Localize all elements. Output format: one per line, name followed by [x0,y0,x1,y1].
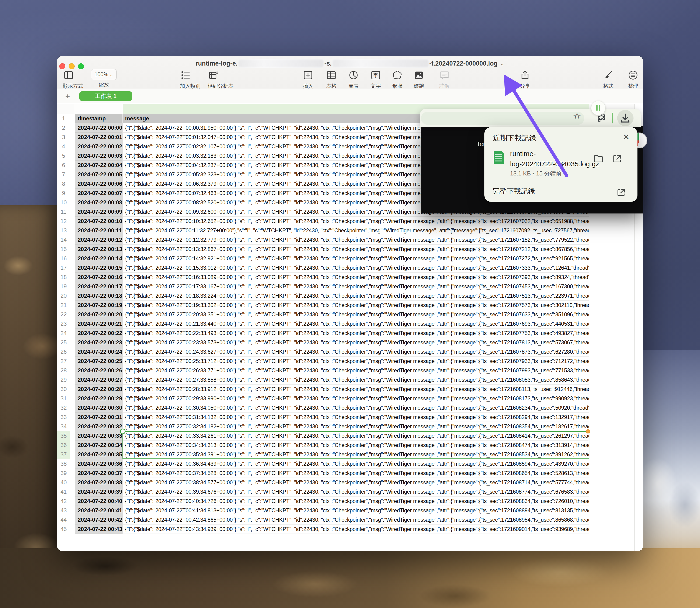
message-cell[interactable]: {"t":{"$date":"2024-07-22T00:39:34.676+0… [123,487,589,496]
timestamp-cell[interactable]: 2024-07-22 00:00:31 [75,123,122,133]
sheet-tab[interactable]: 工作表 1 [79,91,132,101]
row-number[interactable]: 8 [57,179,70,189]
timestamp-cell[interactable]: 2024-07-22 00:13:32 [75,245,122,254]
timestamp-cell[interactable]: 2024-07-22 00:06:32 [75,179,122,189]
row-number[interactable]: 40 [57,478,70,487]
row-number[interactable]: 22 [57,310,70,319]
title-chevron-icon[interactable]: ⌄ [500,60,505,67]
timestamp-cell[interactable]: 2024-07-22 00:23:33 [75,338,122,347]
timestamp-cell[interactable]: 2024-07-22 00:39:34 [75,487,122,496]
close-icon[interactable]: ✕ [623,132,630,141]
open-history-icon[interactable] [616,187,626,197]
row-number[interactable]: 38 [57,459,70,469]
timestamp-cell[interactable]: 2024-07-22 00:37:34 [75,469,122,478]
timestamp-cell[interactable]: 2024-07-22 00:02:32 [75,142,122,151]
row-number[interactable]: 24 [57,328,70,338]
row-number[interactable]: 26 [57,347,70,357]
timestamp-cell[interactable]: 2024-07-22 00:27:33 [75,375,122,384]
timestamp-cell[interactable]: 2024-07-22 00:34:34 [75,440,122,450]
row-number[interactable]: 17 [57,263,70,272]
timestamp-cell[interactable]: 2024-07-22 00:42:34 [75,515,122,525]
message-cell[interactable]: {"t":{"$date":"2024-07-22T00:33:34.261+0… [123,431,589,440]
timestamp-cell[interactable]: 2024-07-22 00:35:34 [75,450,122,459]
message-cell[interactable]: {"t":{"$date":"2024-07-22T00:41:34.813+0… [123,506,589,515]
timestamp-cell[interactable]: 2024-07-22 00:18:33 [75,291,122,301]
toolbar-button-shape[interactable]: 形狀 [391,69,403,90]
row-number[interactable]: 4 [57,142,70,151]
row-number[interactable]: 12 [57,216,70,226]
timestamp-cell[interactable]: 2024-07-22 00:29:33 [75,394,122,403]
timestamp-cell[interactable]: 2024-07-22 00:41:34 [75,506,122,515]
row-number[interactable]: 32 [57,403,70,413]
message-cell[interactable]: {"t":{"$date":"2024-07-22T00:27:33.858+0… [123,375,589,384]
timestamp-cell[interactable]: 2024-07-22 00:30:34 [75,403,122,413]
row-number[interactable]: 42 [57,496,70,506]
row-number[interactable]: 44 [57,515,70,525]
row-number[interactable]: 35 [57,431,70,440]
row-number[interactable]: 37 [57,450,70,459]
toolbar-button-chart[interactable]: 圖表 [347,69,360,90]
row-number[interactable]: 34 [57,422,70,431]
toolbar-button-organize[interactable]: 整理 [627,69,639,90]
zoom-control[interactable]: 100%⌄縮放 [91,69,117,89]
toolbar-button-media[interactable]: 媒體 [413,69,425,90]
timestamp-cell[interactable]: 2024-07-22 00:24:33 [75,347,122,357]
message-cell[interactable]: {"t":{"$date":"2024-07-22T00:40:34.726+0… [123,496,589,506]
message-cell[interactable]: {"t":{"$date":"2024-07-22T00:31:34.132+0… [123,413,589,422]
row-number[interactable]: 45 [57,525,70,534]
message-cell[interactable]: {"t":{"$date":"2024-07-22T00:20:33.351+0… [123,310,589,319]
timestamp-cell[interactable]: 2024-07-22 00:05:32 [75,170,122,179]
downloads-button[interactable] [617,110,633,126]
show-in-folder-icon[interactable] [593,153,604,164]
timestamp-cell[interactable]: 2024-07-22 00:31:34 [75,413,122,422]
row-number[interactable]: 28 [57,366,70,375]
row-number[interactable]: 13 [57,226,70,235]
timestamp-cell[interactable]: 2024-07-22 00:36:34 [75,459,122,469]
add-sheet-button[interactable]: + [63,92,72,100]
timestamp-cell[interactable]: 2024-07-22 00:38:34 [75,478,122,487]
zoom-value[interactable]: 100%⌄ [91,69,117,80]
toolbar-button-share[interactable]: 分享 [519,69,531,90]
row-number[interactable]: 21 [57,301,70,310]
message-cell[interactable]: {"t":{"$date":"2024-07-22T00:21:33.440+0… [123,319,589,328]
row-number[interactable]: 14 [57,235,70,245]
timestamp-cell[interactable]: 2024-07-22 00:20:33 [75,310,122,319]
message-cell[interactable]: {"t":{"$date":"2024-07-22T00:30:34.050+0… [123,403,589,413]
row-number[interactable]: 30 [57,384,70,394]
message-cell[interactable]: {"t":{"$date":"2024-07-22T00:15:33.012+0… [123,263,589,272]
message-cell[interactable]: {"t":{"$date":"2024-07-22T00:24:33.627+0… [123,347,589,357]
toolbar-button-view[interactable]: 顯示方式 [62,69,83,90]
message-cell[interactable]: {"t":{"$date":"2024-07-22T00:42:34.865+0… [123,515,589,525]
row-number[interactable]: 25 [57,338,70,347]
row-number[interactable]: 9 [57,189,70,198]
row-number[interactable]: 3 [57,133,70,142]
timestamp-cell[interactable]: 2024-07-22 00:11:32 [75,226,122,235]
toolbar-button-insert[interactable]: 插入 [302,69,314,90]
open-file-icon[interactable] [612,153,623,164]
row-number[interactable]: 15 [57,245,70,254]
timestamp-cell[interactable]: 2024-07-22 00:32:34 [75,422,122,431]
selection-fill-handle[interactable] [586,429,590,434]
row-number[interactable]: 11 [57,207,70,216]
timestamp-cell[interactable]: 2024-07-22 00:21:33 [75,319,122,328]
message-cell[interactable]: {"t":{"$date":"2024-07-22T00:29:33.990+0… [123,394,589,403]
message-cell[interactable]: {"t":{"$date":"2024-07-22T00:34:34.313+0… [123,440,589,450]
row-number[interactable]: 41 [57,487,70,496]
timestamp-cell[interactable]: 2024-07-22 00:43:34 [75,525,122,534]
timestamp-cell[interactable]: 2024-07-22 00:17:33 [75,282,122,291]
timestamp-cell[interactable]: 2024-07-22 00:25:33 [75,357,122,366]
row-number[interactable]: 7 [57,170,70,179]
message-cell[interactable]: {"t":{"$date":"2024-07-22T00:28:33.912+0… [123,384,589,394]
message-cell[interactable]: {"t":{"$date":"2024-07-22T00:22:33.493+0… [123,328,589,338]
message-cell[interactable]: {"t":{"$date":"2024-07-22T00:36:34.439+0… [123,459,589,469]
message-cell[interactable]: {"t":{"$date":"2024-07-22T00:38:34.577+0… [123,478,589,487]
timestamp-cell[interactable]: 2024-07-22 00:04:32 [75,160,122,170]
timestamp-cell[interactable]: 2024-07-22 00:07:32 [75,189,122,198]
message-cell[interactable]: {"t":{"$date":"2024-07-22T00:11:32.727+0… [123,226,589,235]
tab-pause-indicator[interactable] [591,101,605,115]
row-number[interactable]: 33 [57,413,70,422]
full-download-history-link[interactable]: 完整下載記錄 [493,185,535,197]
timestamp-cell[interactable]: 2024-07-22 00:19:33 [75,301,122,310]
message-cell[interactable]: {"t":{"$date":"2024-07-22T00:35:34.391+0… [123,450,589,459]
toolbar-button-table[interactable]: 表格 [325,69,337,90]
